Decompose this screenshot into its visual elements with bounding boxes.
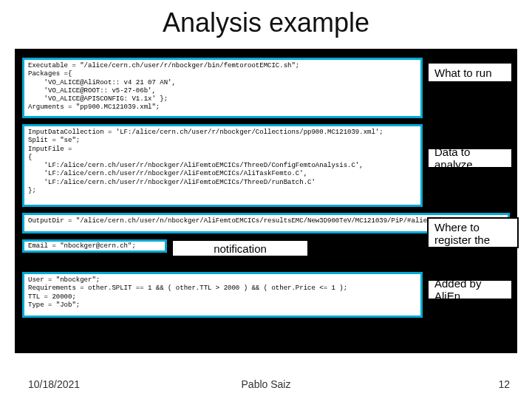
code-block-email: Email = "nbockger@cern.ch"; bbox=[22, 239, 167, 253]
footer-page-number: 12 bbox=[498, 378, 510, 390]
label-added-by-alien: Added by AliEn bbox=[427, 279, 513, 300]
label-data-to-analyze: Data to analyze bbox=[427, 148, 513, 168]
label-where-to-register: Where to register the output bbox=[427, 217, 519, 248]
slide-title: Analysis example bbox=[0, 7, 532, 38]
label-notification: notification bbox=[171, 239, 309, 257]
code-block-requirements: User = "nbockger"; Requirements = other.… bbox=[22, 272, 423, 318]
code-block-input-data: InputDataCollection = 'LF:/alice/cern.ch… bbox=[22, 124, 423, 207]
label-what-to-run: What to run bbox=[427, 62, 513, 83]
code-block-executable: Executable = "/alice/cern.ch/user/r/nboc… bbox=[22, 58, 423, 118]
footer-author: Pablo Saiz bbox=[0, 378, 532, 390]
